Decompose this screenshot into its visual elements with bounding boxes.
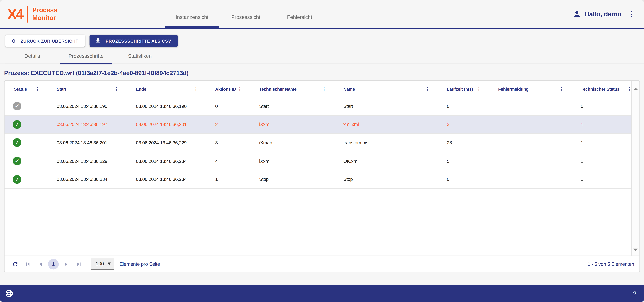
fehlermeldung-cell <box>489 170 571 188</box>
detail-tabs: Details Prozessschritte Statistiken <box>5 53 644 64</box>
column-menu-icon[interactable]: ⋮ <box>114 86 119 91</box>
technischer-status-cell: 1 <box>571 152 631 170</box>
user-greeting: Hallo, demo <box>584 10 622 18</box>
name-cell: Start <box>334 97 437 115</box>
table-row[interactable]: ✓ 03.06.2024 13:46:36,201 03.06.2024 13:… <box>4 134 631 152</box>
ende-cell: 03.06.2024 13:46:36,234 <box>126 152 206 170</box>
page-size-select[interactable]: 100 <box>91 258 114 270</box>
start-cell: 03.06.2024 13:46:36,197 <box>47 116 126 133</box>
vertical-scrollbar[interactable] <box>631 81 640 256</box>
column-header-aktions-id[interactable]: Aktions ID⋮ <box>206 81 250 97</box>
grid-body: ✓ 03.06.2024 13:46:36,190 03.06.2024 13:… <box>4 97 631 256</box>
tab-prozesssicht[interactable]: Prozesssicht <box>219 0 273 28</box>
back-button-label: ZURÜCK ZUR ÜBERSICHT <box>20 38 78 43</box>
download-icon <box>95 38 101 44</box>
column-menu-icon[interactable]: ⋮ <box>322 86 326 91</box>
column-menu-icon[interactable]: ⋮ <box>559 86 564 91</box>
status-cell: ✓ <box>4 134 47 152</box>
technischer-status-cell: 0 <box>571 97 631 115</box>
last-page-icon[interactable] <box>74 259 84 269</box>
scroll-down-icon[interactable] <box>633 249 638 251</box>
name-cell: OK.xml <box>334 152 437 170</box>
aktions-id-cell: 2 <box>206 116 250 133</box>
logo-divider <box>26 6 28 22</box>
column-header-technischer-name[interactable]: Technischer Name⋮ <box>250 81 334 97</box>
table-row[interactable]: ✓ 03.06.2024 13:46:36,229 03.06.2024 13:… <box>4 152 631 170</box>
user-icon <box>572 10 581 18</box>
per-page-label: Elemente pro Seite <box>120 261 160 267</box>
status-ok-icon: ✓ <box>13 102 21 111</box>
status-cell: ✓ <box>4 116 47 133</box>
technischer-name-cell: iXmap <box>250 134 334 152</box>
aktions-id-cell: 3 <box>206 134 250 152</box>
first-page-icon[interactable] <box>22 259 33 269</box>
export-csv-button[interactable]: PROZESSSCHRITTE ALS CSV <box>90 35 178 47</box>
next-page-icon[interactable] <box>61 259 72 269</box>
column-header-ende[interactable]: Ende⋮ <box>126 81 206 97</box>
scroll-up-icon[interactable] <box>633 88 638 90</box>
technischer-name-cell: iXxml <box>250 116 334 133</box>
tab-fehlersicht[interactable]: Fehlersicht <box>273 0 326 28</box>
table-row[interactable]: ✓ 03.06.2024 13:46:36,234 03.06.2024 13:… <box>4 170 631 189</box>
ende-cell: 03.06.2024 13:46:36,234 <box>126 170 206 188</box>
laufzeit-cell: 5 <box>438 152 489 170</box>
double-chevron-left-icon <box>10 38 17 44</box>
ende-cell: 03.06.2024 13:46:36,190 <box>126 97 206 115</box>
range-label: 1 - 5 von 5 Elementen <box>588 261 634 267</box>
column-menu-icon[interactable]: ⋮ <box>476 86 481 91</box>
column-header-laufzeit[interactable]: Laufzeit (ms)⋮ <box>438 81 489 97</box>
name-cell: transform.xsl <box>334 134 437 152</box>
status-ok-icon: ✓ <box>13 157 21 165</box>
app-root: X4 Process Monitor Instanzensicht Prozes… <box>0 0 644 302</box>
column-menu-icon[interactable]: ⋮ <box>35 86 40 91</box>
technischer-name-cell: Stop <box>250 170 334 188</box>
laufzeit-cell: 3 <box>438 116 489 133</box>
globe-icon[interactable] <box>5 289 14 298</box>
start-cell: 03.06.2024 13:46:36,190 <box>47 97 126 115</box>
status-cell: ✓ <box>4 97 47 115</box>
laufzeit-cell: 0 <box>438 97 489 115</box>
status-ok-icon: ✓ <box>13 175 21 184</box>
status-ok-icon: ✓ <box>13 120 21 129</box>
help-icon[interactable]: ? <box>633 290 636 297</box>
technischer-name-cell: Start <box>250 97 334 115</box>
column-menu-icon[interactable]: ⋮ <box>238 86 242 91</box>
page-number-button[interactable]: 1 <box>48 259 59 269</box>
tab-prozessschritte[interactable]: Prozessschritte <box>59 53 113 63</box>
user-menu-kebab-icon[interactable]: ⋮ <box>628 11 635 17</box>
x4-logo-mark: X4 <box>7 6 23 22</box>
grid-header-row: Status⋮ Start⋮ Ende⋮ Aktions ID⋮ Technis… <box>4 81 640 97</box>
status-cell: ✓ <box>4 170 47 188</box>
column-header-fehlermeldung[interactable]: Fehlermeldung⋮ <box>489 81 571 97</box>
name-cell: xml.xml <box>334 116 437 133</box>
previous-page-icon[interactable] <box>35 259 46 269</box>
laufzeit-cell: 0 <box>438 170 489 188</box>
start-cell: 03.06.2024 13:46:36,201 <box>47 134 126 152</box>
technischer-status-cell: 1 <box>571 134 631 152</box>
start-cell: 03.06.2024 13:46:36,234 <box>47 170 126 188</box>
tab-instanzensicht[interactable]: Instanzensicht <box>165 0 219 28</box>
x4-logo: X4 Process Monitor <box>7 6 57 22</box>
fehlermeldung-cell <box>489 97 571 115</box>
app-title: Process Monitor <box>32 6 57 22</box>
page-size-value: 100 <box>96 261 104 267</box>
column-header-name[interactable]: Name⋮ <box>334 81 437 97</box>
status-cell: ✓ <box>4 152 47 170</box>
fehlermeldung-cell <box>489 116 571 133</box>
column-header-start[interactable]: Start⋮ <box>47 81 126 97</box>
name-cell: Stop <box>334 170 437 188</box>
dropdown-arrow-icon <box>108 262 111 265</box>
column-menu-icon[interactable]: ⋮ <box>425 86 430 91</box>
fehlermeldung-cell <box>489 134 571 152</box>
status-ok-icon: ✓ <box>13 139 21 147</box>
back-to-overview-button[interactable]: ZURÜCK ZUR ÜBERSICHT <box>5 35 85 47</box>
column-header-technischer-status[interactable]: Technischer Status⋮ <box>571 81 640 97</box>
table-row[interactable]: ✓ 03.06.2024 13:46:36,197 03.06.2024 13:… <box>4 116 631 134</box>
table-row[interactable]: ✓ 03.06.2024 13:46:36,190 03.06.2024 13:… <box>4 97 631 116</box>
tab-details[interactable]: Details <box>5 53 59 63</box>
column-header-status[interactable]: Status⋮ <box>4 81 47 97</box>
refresh-icon[interactable] <box>10 259 20 269</box>
tab-statistiken[interactable]: Statistiken <box>113 53 167 63</box>
laufzeit-cell: 28 <box>438 134 489 152</box>
column-menu-icon[interactable]: ⋮ <box>194 86 198 91</box>
